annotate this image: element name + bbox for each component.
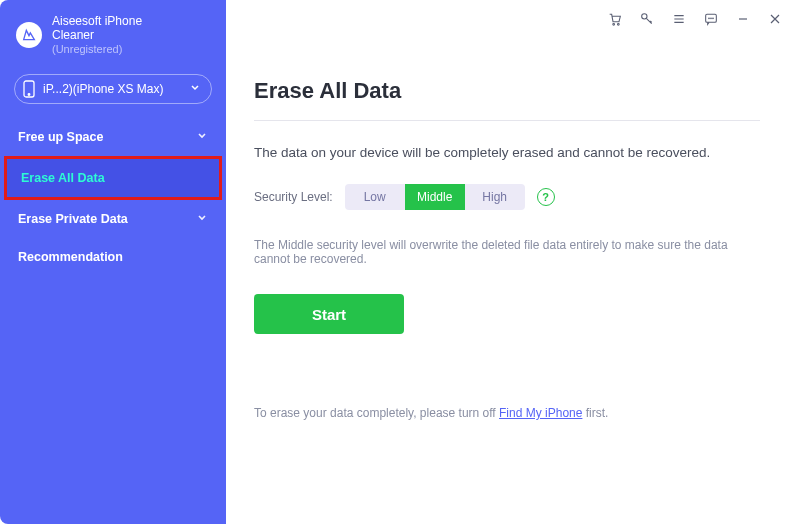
security-level-high[interactable]: High (465, 184, 525, 210)
brand-block: Aiseesoft iPhone Cleaner (Unregistered) (0, 4, 226, 70)
security-level-middle[interactable]: Middle (405, 184, 465, 210)
warning-text: The data on your device will be complete… (254, 145, 760, 160)
device-label: iP...2)(iPhone XS Max) (43, 82, 164, 96)
security-level-label: Security Level: (254, 190, 333, 204)
security-level-row: Security Level: Low Middle High ? (254, 184, 760, 210)
key-icon[interactable] (638, 10, 656, 28)
sidebar-item-recommendation[interactable]: Recommendation (0, 238, 226, 276)
sidebar-item-label: Free up Space (18, 130, 103, 144)
close-icon[interactable] (766, 10, 784, 28)
help-icon[interactable]: ? (537, 188, 555, 206)
svg-point-3 (617, 23, 619, 25)
device-selector[interactable]: iP...2)(iPhone XS Max) (14, 74, 212, 104)
sidebar: Aiseesoft iPhone Cleaner (Unregistered) … (0, 0, 226, 524)
sidebar-item-erase-private-data[interactable]: Erase Private Data (0, 200, 226, 238)
security-level-segmented: Low Middle High (345, 184, 525, 210)
footnote-pre: To erase your data completely, please tu… (254, 406, 499, 420)
minimize-icon[interactable] (734, 10, 752, 28)
app-title-line2: Cleaner (52, 28, 142, 42)
svg-point-2 (613, 23, 615, 25)
sidebar-item-free-up-space[interactable]: Free up Space (0, 118, 226, 156)
sidebar-item-label: Erase All Data (21, 171, 105, 185)
sidebar-item-erase-all-data[interactable]: Erase All Data (7, 159, 219, 197)
sidebar-item-label: Erase Private Data (18, 212, 128, 226)
phone-icon (23, 80, 35, 98)
app-title-line1: Aiseesoft iPhone (52, 14, 142, 28)
chevron-down-icon (196, 129, 208, 144)
titlebar-controls (606, 10, 784, 28)
svg-point-8 (713, 18, 714, 19)
svg-point-7 (711, 18, 712, 19)
footnote: To erase your data completely, please tu… (254, 406, 760, 420)
page-title: Erase All Data (254, 78, 760, 104)
find-my-iphone-link[interactable]: Find My iPhone (499, 406, 582, 420)
chevron-down-icon (189, 81, 201, 96)
svg-point-6 (709, 18, 710, 19)
chevron-down-icon (196, 211, 208, 226)
menu-icon[interactable] (670, 10, 688, 28)
feedback-icon[interactable] (702, 10, 720, 28)
main-panel: Erase All Data The data on your device w… (226, 0, 800, 524)
sidebar-nav: Free up Space Erase All Data Erase Priva… (0, 118, 226, 276)
sidebar-item-label: Recommendation (18, 250, 123, 264)
security-level-low[interactable]: Low (345, 184, 405, 210)
app-window: Aiseesoft iPhone Cleaner (Unregistered) … (0, 0, 800, 524)
app-registration-status: (Unregistered) (52, 43, 142, 56)
footnote-post: first. (582, 406, 608, 420)
highlighted-selection-box: Erase All Data (4, 156, 222, 200)
divider (254, 120, 760, 121)
svg-point-1 (28, 94, 30, 96)
svg-point-4 (642, 14, 647, 19)
app-logo-icon (16, 22, 42, 48)
start-button[interactable]: Start (254, 294, 404, 334)
security-level-hint: The Middle security level will overwrite… (254, 238, 760, 266)
brand-text: Aiseesoft iPhone Cleaner (Unregistered) (52, 14, 142, 56)
cart-icon[interactable] (606, 10, 624, 28)
